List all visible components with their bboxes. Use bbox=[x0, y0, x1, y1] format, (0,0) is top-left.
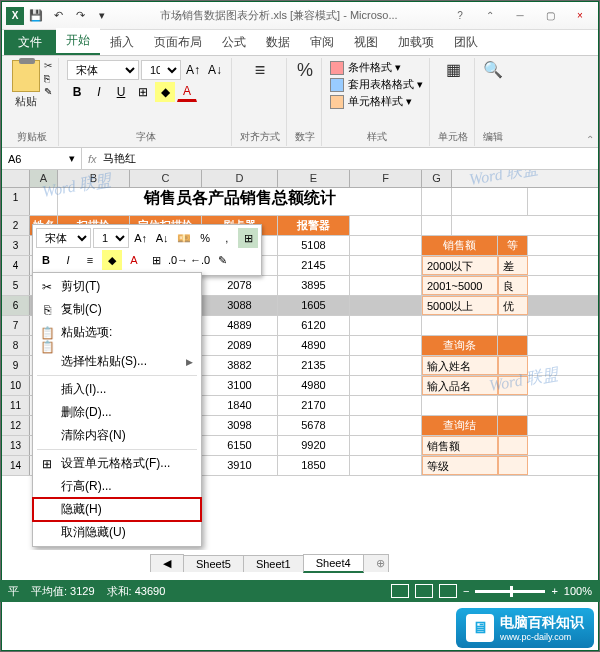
ribbon-collapse-button[interactable]: ⌃ bbox=[476, 6, 504, 26]
mini-comma-button[interactable]: , bbox=[217, 228, 237, 248]
col-header-c[interactable]: C bbox=[130, 170, 202, 187]
decrease-font-button[interactable]: A↓ bbox=[205, 60, 225, 80]
row-header[interactable]: 4 bbox=[2, 256, 30, 275]
col-header-d[interactable]: D bbox=[202, 170, 278, 187]
mini-size-select[interactable]: 10 bbox=[93, 228, 129, 248]
col-header-a[interactable]: A bbox=[30, 170, 58, 187]
row-header[interactable]: 11 bbox=[2, 396, 30, 415]
mini-bold[interactable]: B bbox=[36, 250, 56, 270]
file-tab[interactable]: 文件 bbox=[4, 30, 56, 55]
mini-fill[interactable]: ◆ bbox=[102, 250, 122, 270]
zoom-slider[interactable] bbox=[475, 590, 545, 593]
qat-save-icon[interactable]: 💾 bbox=[26, 6, 46, 26]
fill-color-button[interactable]: ◆ bbox=[155, 82, 175, 102]
qat-redo-icon[interactable]: ↷ bbox=[70, 6, 90, 26]
collapse-ribbon-icon[interactable]: ⌃ bbox=[586, 134, 594, 145]
menu-clear[interactable]: 清除内容(N) bbox=[33, 424, 201, 447]
qat-customize-icon[interactable]: ▾ bbox=[92, 6, 112, 26]
menu-unhide[interactable]: 取消隐藏(U) bbox=[33, 521, 201, 544]
row-header[interactable]: 13 bbox=[2, 436, 30, 455]
row-header[interactable]: 12 bbox=[2, 416, 30, 435]
cells-button[interactable]: ▦ bbox=[438, 60, 468, 79]
menu-copy[interactable]: ⎘复制(C) bbox=[33, 298, 201, 321]
row-header[interactable]: 3 bbox=[2, 236, 30, 255]
zoom-out-button[interactable]: − bbox=[463, 585, 469, 597]
border-button[interactable]: ⊞ bbox=[133, 82, 153, 102]
help-button[interactable]: ? bbox=[446, 6, 474, 26]
font-name-select[interactable]: 宋体 bbox=[67, 60, 139, 80]
zoom-level[interactable]: 100% bbox=[564, 585, 592, 597]
sheet-tab-add[interactable]: ⊕ bbox=[363, 554, 389, 572]
tab-home[interactable]: 开始 bbox=[56, 28, 100, 55]
tab-addins[interactable]: 加载项 bbox=[388, 30, 444, 55]
formula-bar-value[interactable]: 马艳红 bbox=[103, 151, 136, 166]
select-all-corner[interactable] bbox=[2, 170, 30, 187]
italic-button[interactable]: I bbox=[89, 82, 109, 102]
close-button[interactable]: × bbox=[566, 6, 594, 26]
mini-font-select[interactable]: 宋体 bbox=[36, 228, 91, 248]
tab-data[interactable]: 数据 bbox=[256, 30, 300, 55]
number-format-button[interactable]: % bbox=[295, 60, 315, 81]
tab-review[interactable]: 审阅 bbox=[300, 30, 344, 55]
col-header-e[interactable]: E bbox=[278, 170, 350, 187]
increase-font-button[interactable]: A↑ bbox=[183, 60, 203, 80]
tab-view[interactable]: 视图 bbox=[344, 30, 388, 55]
mini-percent-button[interactable]: % bbox=[195, 228, 215, 248]
namebox-dropdown-icon[interactable]: ▾ bbox=[69, 152, 75, 165]
copy-button[interactable]: ⎘ bbox=[44, 73, 52, 84]
font-color-button[interactable]: A bbox=[177, 82, 197, 102]
row-header[interactable]: 6 bbox=[2, 296, 30, 315]
menu-hide[interactable]: 隐藏(H) bbox=[33, 498, 201, 521]
row-header[interactable]: 8 bbox=[2, 336, 30, 355]
mini-align[interactable]: ≡ bbox=[80, 250, 100, 270]
sheet-tab-sheet4[interactable]: Sheet4 bbox=[303, 554, 364, 573]
row-header[interactable]: 2 bbox=[2, 216, 30, 235]
mini-currency-button[interactable]: 💴 bbox=[174, 228, 194, 248]
row-header[interactable]: 5 bbox=[2, 276, 30, 295]
col-header-b[interactable]: B bbox=[58, 170, 130, 187]
mini-font-color[interactable]: A bbox=[124, 250, 144, 270]
row-header[interactable]: 14 bbox=[2, 456, 30, 475]
menu-delete[interactable]: 删除(D)... bbox=[33, 401, 201, 424]
fx-icon[interactable]: fx bbox=[88, 153, 97, 165]
page-break-button[interactable] bbox=[439, 584, 457, 598]
col-header-g[interactable]: G bbox=[422, 170, 452, 187]
row-header[interactable]: 1 bbox=[2, 188, 30, 215]
minimize-button[interactable]: ─ bbox=[506, 6, 534, 26]
font-size-select[interactable]: 10 bbox=[141, 60, 181, 80]
menu-cut[interactable]: ✂剪切(T) bbox=[33, 275, 201, 298]
mini-merge-button[interactable]: ⊞ bbox=[238, 228, 258, 248]
cut-button[interactable]: ✂ bbox=[44, 60, 52, 71]
maximize-button[interactable]: ▢ bbox=[536, 6, 564, 26]
mini-italic[interactable]: I bbox=[58, 250, 78, 270]
menu-format-cells[interactable]: ⊞设置单元格格式(F)... bbox=[33, 452, 201, 475]
zoom-in-button[interactable]: + bbox=[551, 585, 557, 597]
conditional-format-button[interactable]: 条件格式 ▾ bbox=[330, 60, 423, 75]
find-button[interactable]: 🔍 bbox=[483, 60, 503, 79]
format-painter-button[interactable]: ✎ bbox=[44, 86, 52, 97]
bold-button[interactable]: B bbox=[67, 82, 87, 102]
mini-dec-inc[interactable]: .0→ bbox=[168, 250, 188, 270]
mini-decrease-font[interactable]: A↓ bbox=[152, 228, 172, 248]
name-box[interactable]: A6▾ bbox=[2, 148, 82, 169]
title-cell[interactable]: 销售员各产品销售总额统计 bbox=[58, 188, 422, 215]
mini-increase-font[interactable]: A↑ bbox=[131, 228, 151, 248]
normal-view-button[interactable] bbox=[391, 584, 409, 598]
tab-insert[interactable]: 插入 bbox=[100, 30, 144, 55]
page-layout-button[interactable] bbox=[415, 584, 433, 598]
mini-dec-dec[interactable]: ←.0 bbox=[190, 250, 210, 270]
row-header[interactable]: 9 bbox=[2, 356, 30, 375]
cell-styles-button[interactable]: 单元格样式 ▾ bbox=[330, 94, 423, 109]
menu-row-height[interactable]: 行高(R)... bbox=[33, 475, 201, 498]
menu-paste-special[interactable]: 选择性粘贴(S)...▶ bbox=[33, 350, 201, 373]
mini-painter[interactable]: ✎ bbox=[212, 250, 232, 270]
row-header[interactable]: 10 bbox=[2, 376, 30, 395]
mini-border[interactable]: ⊞ bbox=[146, 250, 166, 270]
col-header-f[interactable]: F bbox=[350, 170, 422, 187]
alignment-button[interactable]: ≡ bbox=[240, 60, 280, 81]
tab-team[interactable]: 团队 bbox=[444, 30, 488, 55]
menu-insert[interactable]: 插入(I)... bbox=[33, 378, 201, 401]
sheet-tab-sheet5[interactable]: Sheet5 bbox=[183, 555, 244, 572]
row-header[interactable]: 7 bbox=[2, 316, 30, 335]
tab-layout[interactable]: 页面布局 bbox=[144, 30, 212, 55]
